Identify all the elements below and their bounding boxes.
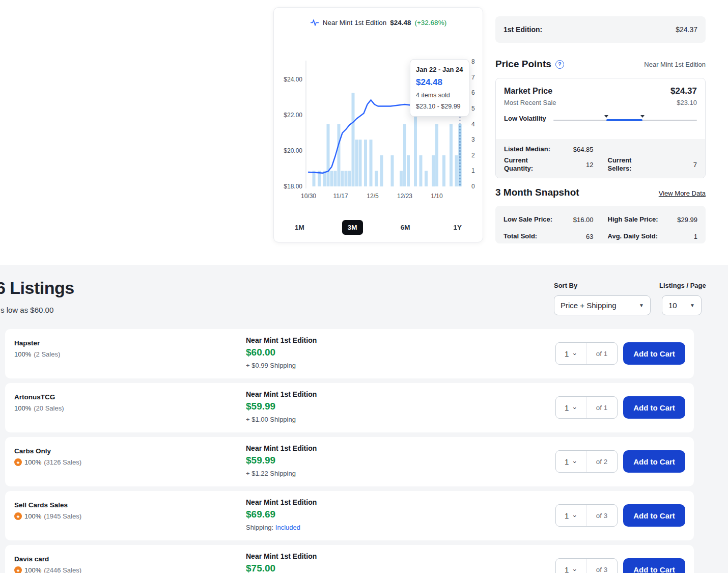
chevron-down-icon: ⌄ bbox=[572, 457, 577, 465]
volume-bar bbox=[435, 124, 438, 187]
snapshot-header: 3 Month Snapshot View More Data bbox=[495, 187, 706, 198]
shipping-text: + $1.22 Shipping bbox=[246, 470, 296, 477]
x-axis-tick: 12/5 bbox=[367, 193, 379, 200]
listing-controls: 1 ⌄ of 1 Add to Cart bbox=[555, 342, 685, 365]
sort-by-select[interactable]: Price + Shipping ▼ bbox=[554, 295, 651, 315]
add-to-cart-button[interactable]: Add to Cart bbox=[623, 558, 685, 573]
add-to-cart-button[interactable]: Add to Cart bbox=[623, 342, 685, 365]
current-sellers-value: 7 bbox=[693, 161, 697, 169]
quantity-group: 1 ⌄ of 1 bbox=[555, 396, 618, 419]
high-sale-price-value: $29.99 bbox=[677, 216, 697, 224]
y-axis-tick: $22.00 bbox=[284, 112, 302, 119]
listing-info: Near Mint 1st Edition $60.00 + $0.99 Shi… bbox=[246, 336, 317, 369]
shipping-line: + $1.00 Shipping bbox=[246, 416, 317, 423]
quantity-group: 1 ⌄ of 1 bbox=[555, 342, 618, 365]
range-3m-button[interactable]: 3M bbox=[342, 220, 363, 235]
add-to-cart-button[interactable]: Add to Cart bbox=[623, 396, 685, 419]
seller-block: Sell Cards Sales ★ 100% (1945 Sales) bbox=[14, 501, 81, 520]
listing-condition: Near Mint 1st Edition bbox=[246, 498, 317, 506]
listing-row: Davis card ★ 100% (2446 Sales) Near Mint… bbox=[5, 545, 694, 573]
recent-sale-label: Most Recent Sale bbox=[504, 99, 556, 106]
seller-name[interactable]: Sell Cards Sales bbox=[14, 501, 81, 509]
volume-axis-tick: 2 bbox=[471, 152, 475, 159]
volatility-marker-high-icon bbox=[640, 115, 645, 118]
help-icon[interactable]: ? bbox=[555, 60, 564, 69]
first-edition-price: $24.37 bbox=[676, 25, 697, 34]
low-sale-price-label: Low Sale Price: bbox=[503, 215, 552, 224]
seller-name[interactable]: Carbs Only bbox=[14, 447, 81, 455]
quantity-select[interactable]: 1 ⌄ bbox=[556, 505, 586, 526]
per-page-value: 10 bbox=[668, 301, 677, 310]
volume-bar bbox=[375, 171, 378, 186]
listed-median-value: $64.85 bbox=[573, 146, 594, 153]
listings-subtitle: s low as $60.00 bbox=[1, 306, 53, 314]
price-trend-icon bbox=[310, 19, 319, 26]
quantity-value: 1 bbox=[565, 403, 569, 412]
price-points-condition: Near Mint 1st Edition bbox=[644, 61, 706, 68]
current-sellers-label: Current Sellers: bbox=[608, 156, 657, 173]
listing-row: ArtonusTCG ★ 100% (20 Sales) Near Mint 1… bbox=[5, 383, 694, 432]
volume-bar bbox=[455, 155, 458, 186]
shipping-included-link[interactable]: Included bbox=[275, 524, 300, 531]
volume-bar bbox=[341, 171, 344, 186]
price-history-chart-card: Near Mint 1st Edition $24.48 (+32.68%) $… bbox=[273, 7, 483, 242]
volatility-fill bbox=[606, 119, 642, 121]
quantity-value: 1 bbox=[565, 349, 569, 358]
chevron-down-icon: ▼ bbox=[639, 303, 644, 308]
volume-axis-tick: 4 bbox=[471, 121, 475, 128]
seller-rating: 100% bbox=[24, 512, 41, 520]
listing-price: $59.99 bbox=[246, 401, 317, 412]
listing-price: $75.00 bbox=[246, 563, 317, 573]
high-sale-price-label: High Sale Price: bbox=[608, 215, 658, 224]
volume-bar bbox=[391, 155, 394, 186]
listings-title: 6 Listings bbox=[0, 278, 74, 298]
seller-name[interactable]: ArtonusTCG bbox=[14, 393, 64, 401]
volume-bar bbox=[425, 171, 428, 186]
quantity-select[interactable]: 1 ⌄ bbox=[556, 343, 586, 364]
shipping-text: + $1.00 Shipping bbox=[246, 416, 296, 423]
seller-name[interactable]: Davis card bbox=[14, 555, 81, 563]
quantity-select[interactable]: 1 ⌄ bbox=[556, 397, 586, 418]
shipping-text: Shipping: bbox=[246, 524, 273, 531]
quantity-value: 1 bbox=[565, 457, 569, 466]
range-6m-button[interactable]: 6M bbox=[395, 220, 416, 235]
sort-by-value: Price + Shipping bbox=[561, 301, 617, 310]
seller-sales-count: (2446 Sales) bbox=[44, 566, 81, 573]
market-price-label: Market Price bbox=[504, 87, 552, 96]
listings-per-page-select[interactable]: 10 ▼ bbox=[662, 295, 702, 315]
volume-bar bbox=[400, 171, 403, 186]
total-sold-value: 63 bbox=[586, 233, 593, 240]
market-price-card: Market Price $24.37 Most Recent Sale $23… bbox=[495, 78, 706, 178]
seller-sales-count: (20 Sales) bbox=[34, 404, 64, 412]
low-sale-price-value: $16.00 bbox=[573, 216, 594, 224]
chart-legend: Near Mint 1st Edition $24.48 (+32.68%) bbox=[274, 19, 483, 26]
shipping-line: Shipping: Included bbox=[246, 524, 317, 531]
volume-bar bbox=[370, 140, 373, 186]
shipping-line: + $1.22 Shipping bbox=[246, 470, 317, 477]
range-1m-button[interactable]: 1M bbox=[289, 220, 310, 235]
view-more-data-link[interactable]: View More Data bbox=[659, 189, 706, 197]
x-axis-tick: 1/10 bbox=[431, 193, 443, 200]
seller-rating: 100% bbox=[14, 350, 31, 358]
add-to-cart-button[interactable]: Add to Cart bbox=[623, 450, 685, 473]
recent-sale-value: $23.10 bbox=[677, 99, 697, 106]
volume-bar bbox=[355, 140, 358, 186]
volume-axis-tick: 7 bbox=[471, 74, 475, 81]
volume-axis-tick: 3 bbox=[471, 136, 475, 143]
quantity-value: 1 bbox=[565, 565, 569, 573]
quantity-select[interactable]: 1 ⌄ bbox=[556, 451, 586, 472]
seller-sales-count: (2 Sales) bbox=[34, 350, 60, 358]
quantity-select[interactable]: 1 ⌄ bbox=[556, 559, 586, 573]
listed-median-label: Listed Median: bbox=[504, 145, 553, 153]
quantity-available: of 2 bbox=[586, 451, 617, 472]
volume-bar bbox=[359, 140, 362, 186]
add-to-cart-button[interactable]: Add to Cart bbox=[623, 504, 685, 527]
chevron-down-icon: ▼ bbox=[690, 303, 695, 308]
range-1y-button[interactable]: 1Y bbox=[447, 220, 467, 235]
volume-bar bbox=[380, 155, 383, 186]
volume-bar bbox=[419, 155, 423, 186]
seller-rating: 100% bbox=[24, 566, 41, 573]
chevron-down-icon: ⌄ bbox=[572, 403, 577, 411]
x-axis-tick: 11/17 bbox=[333, 193, 348, 200]
seller-name[interactable]: Hapster bbox=[14, 339, 60, 347]
